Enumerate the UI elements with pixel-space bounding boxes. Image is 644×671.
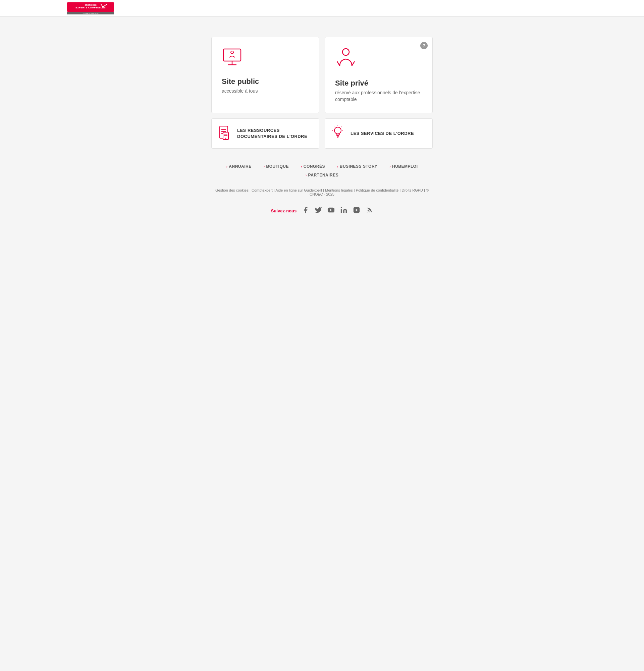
instagram-icon bbox=[353, 206, 360, 214]
instagram-link[interactable] bbox=[353, 206, 360, 215]
logo[interactable]: ORDRE DES EXPERTS-COMPTABLES Conseil nat… bbox=[67, 2, 114, 14]
main-content: Site public accessible à tous ? Site bbox=[205, 17, 439, 232]
svg-text:EXPERTS-COMPTABLES: EXPERTS-COMPTABLES bbox=[76, 6, 105, 9]
chevron-icon: › bbox=[263, 165, 265, 168]
site-prive-title: Site privé bbox=[335, 79, 422, 88]
nav-congres-label: CONGRÈS bbox=[304, 164, 325, 169]
footer-comptexpert[interactable]: Comptexpert bbox=[252, 188, 273, 192]
chevron-icon: › bbox=[301, 165, 302, 168]
document-icon bbox=[218, 126, 230, 142]
rss-link[interactable] bbox=[365, 206, 373, 215]
help-badge[interactable]: ? bbox=[420, 42, 428, 49]
site-public-subtitle: accessible à tous bbox=[222, 88, 309, 94]
twitter-link[interactable] bbox=[314, 206, 322, 215]
facebook-link[interactable] bbox=[302, 206, 309, 215]
social-row: Suivez-nous bbox=[211, 203, 433, 218]
linkedin-icon bbox=[340, 206, 347, 214]
footer-droits-rgpd[interactable]: Droits RGPD bbox=[401, 188, 423, 192]
svg-line-10 bbox=[337, 61, 340, 66]
services-ordre-card[interactable]: LES SERVICES DE L'ORDRE bbox=[325, 118, 433, 149]
site-prive-subtitle: réservé aux professionnels de l'expertis… bbox=[335, 90, 422, 103]
nav-hubemploi[interactable]: › HUBEMPLOI bbox=[383, 162, 424, 171]
logo-svg: ORDRE DES EXPERTS-COMPTABLES Conseil nat… bbox=[67, 2, 114, 14]
twitter-icon bbox=[314, 206, 322, 214]
svg-point-20 bbox=[334, 127, 341, 134]
nav-annuaire[interactable]: › ANNUAIRE bbox=[220, 162, 258, 171]
person-icon bbox=[335, 47, 422, 72]
nav-links: › ANNUAIRE › BOUTIQUE › CONGRÈS › BUSINE… bbox=[211, 159, 433, 183]
svg-point-35 bbox=[367, 212, 368, 213]
svg-rect-30 bbox=[341, 209, 342, 213]
site-prive-card[interactable]: ? Site privé réservé aux professionnels … bbox=[325, 37, 433, 113]
suivez-nous-label: Suivez-nous bbox=[271, 208, 297, 213]
youtube-link[interactable] bbox=[327, 206, 335, 215]
linkedin-link[interactable] bbox=[340, 206, 347, 215]
svg-line-11 bbox=[352, 61, 355, 66]
nav-annuaire-label: ANNUAIRE bbox=[229, 164, 251, 169]
footer-links: Gestion des cookies | Comptexpert | Aide… bbox=[211, 188, 433, 196]
nav-congres[interactable]: › CONGRÈS bbox=[295, 162, 331, 171]
site-header: ORDRE DES EXPERTS-COMPTABLES Conseil nat… bbox=[0, 0, 644, 17]
svg-point-9 bbox=[343, 49, 349, 55]
footer-politique-confidentialite[interactable]: Politique de confidentialité bbox=[356, 188, 399, 192]
svg-point-31 bbox=[341, 207, 342, 208]
services-ordre-title: LES SERVICES DE L'ORDRE bbox=[350, 130, 414, 137]
chevron-icon: › bbox=[337, 165, 338, 168]
footer-cookies[interactable]: Gestion des cookies bbox=[215, 188, 248, 192]
monitor-icon bbox=[222, 47, 309, 71]
resource-cards-grid: LES RESSOURCES DOCUMENTAIRES DE L'ORDRE bbox=[211, 118, 433, 149]
site-public-card[interactable]: Site public accessible à tous bbox=[211, 37, 319, 113]
nav-hubemploi-label: HUBEMPLOI bbox=[392, 164, 418, 169]
lightbulb-icon bbox=[332, 126, 344, 142]
footer-guidexpert[interactable]: Aide en ligne sur Guidexpert bbox=[275, 188, 322, 192]
nav-partenaires[interactable]: › PARTENAIRES bbox=[299, 171, 345, 179]
svg-point-19 bbox=[226, 138, 227, 139]
rss-icon bbox=[365, 206, 373, 214]
site-public-title: Site public bbox=[222, 77, 309, 86]
svg-line-26 bbox=[334, 127, 335, 127]
chevron-icon: › bbox=[389, 165, 391, 168]
nav-boutique-label: BOUTIQUE bbox=[266, 164, 289, 169]
svg-line-25 bbox=[341, 127, 342, 127]
ressources-documentaires-title: LES RESSOURCES DOCUMENTAIRES DE L'ORDRE bbox=[237, 127, 312, 140]
nav-boutique[interactable]: › BOUTIQUE bbox=[258, 162, 295, 171]
chevron-icon: › bbox=[306, 174, 307, 177]
footer-mentions-legales[interactable]: Mentions légales bbox=[325, 188, 353, 192]
nav-business-story[interactable]: › BUSINESS STORY bbox=[331, 162, 383, 171]
chevron-icon: › bbox=[227, 165, 228, 168]
svg-text:Conseil national: Conseil national bbox=[82, 12, 99, 14]
youtube-icon bbox=[327, 206, 335, 214]
main-cards-grid: Site public accessible à tous ? Site bbox=[211, 37, 433, 113]
nav-partenaires-label: PARTENAIRES bbox=[308, 173, 339, 177]
svg-point-8 bbox=[231, 51, 233, 54]
ressources-documentaires-card[interactable]: LES RESSOURCES DOCUMENTAIRES DE L'ORDRE bbox=[211, 118, 319, 149]
facebook-icon bbox=[302, 206, 309, 214]
nav-business-story-label: BUSINESS STORY bbox=[340, 164, 377, 169]
